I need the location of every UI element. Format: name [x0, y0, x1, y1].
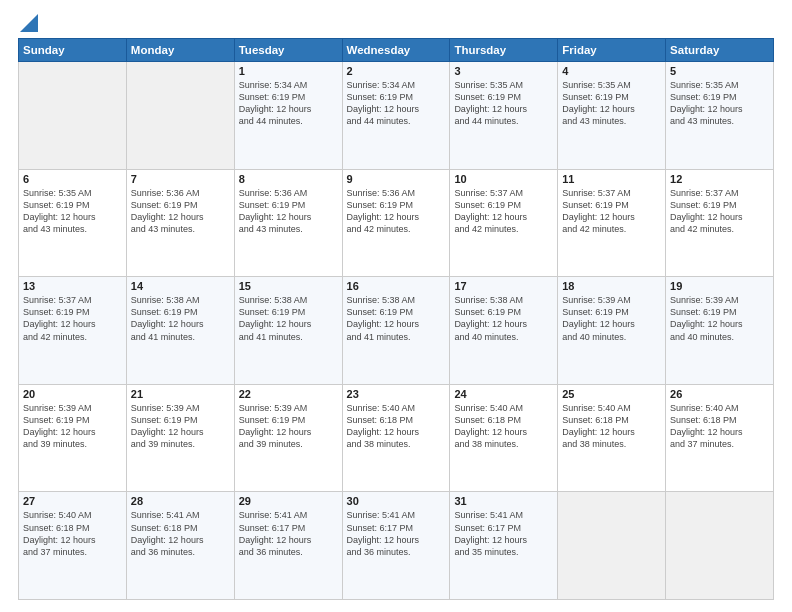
day-info: Sunrise: 5:39 AM Sunset: 6:19 PM Dayligh… — [239, 402, 338, 451]
calendar-cell: 24Sunrise: 5:40 AM Sunset: 6:18 PM Dayli… — [450, 384, 558, 492]
calendar-cell: 15Sunrise: 5:38 AM Sunset: 6:19 PM Dayli… — [234, 277, 342, 385]
day-number: 1 — [239, 65, 338, 77]
calendar-cell: 23Sunrise: 5:40 AM Sunset: 6:18 PM Dayli… — [342, 384, 450, 492]
calendar-table: SundayMondayTuesdayWednesdayThursdayFrid… — [18, 38, 774, 600]
day-number: 25 — [562, 388, 661, 400]
calendar-week-row: 1Sunrise: 5:34 AM Sunset: 6:19 PM Daylig… — [19, 62, 774, 170]
calendar-cell: 26Sunrise: 5:40 AM Sunset: 6:18 PM Dayli… — [666, 384, 774, 492]
day-info: Sunrise: 5:37 AM Sunset: 6:19 PM Dayligh… — [454, 187, 553, 236]
calendar-cell: 7Sunrise: 5:36 AM Sunset: 6:19 PM Daylig… — [126, 169, 234, 277]
calendar-cell: 17Sunrise: 5:38 AM Sunset: 6:19 PM Dayli… — [450, 277, 558, 385]
calendar-cell — [19, 62, 127, 170]
day-number: 5 — [670, 65, 769, 77]
day-info: Sunrise: 5:39 AM Sunset: 6:19 PM Dayligh… — [562, 294, 661, 343]
calendar-cell: 5Sunrise: 5:35 AM Sunset: 6:19 PM Daylig… — [666, 62, 774, 170]
day-number: 26 — [670, 388, 769, 400]
day-info: Sunrise: 5:35 AM Sunset: 6:19 PM Dayligh… — [23, 187, 122, 236]
day-info: Sunrise: 5:40 AM Sunset: 6:18 PM Dayligh… — [670, 402, 769, 451]
weekday-header: Thursday — [450, 39, 558, 62]
calendar-cell: 19Sunrise: 5:39 AM Sunset: 6:19 PM Dayli… — [666, 277, 774, 385]
calendar-week-row: 6Sunrise: 5:35 AM Sunset: 6:19 PM Daylig… — [19, 169, 774, 277]
day-number: 6 — [23, 173, 122, 185]
weekday-header-row: SundayMondayTuesdayWednesdayThursdayFrid… — [19, 39, 774, 62]
day-number: 29 — [239, 495, 338, 507]
day-info: Sunrise: 5:34 AM Sunset: 6:19 PM Dayligh… — [347, 79, 446, 128]
day-info: Sunrise: 5:40 AM Sunset: 6:18 PM Dayligh… — [454, 402, 553, 451]
day-info: Sunrise: 5:38 AM Sunset: 6:19 PM Dayligh… — [131, 294, 230, 343]
calendar-cell — [126, 62, 234, 170]
calendar-cell: 13Sunrise: 5:37 AM Sunset: 6:19 PM Dayli… — [19, 277, 127, 385]
day-number: 16 — [347, 280, 446, 292]
day-number: 12 — [670, 173, 769, 185]
day-info: Sunrise: 5:36 AM Sunset: 6:19 PM Dayligh… — [239, 187, 338, 236]
day-info: Sunrise: 5:40 AM Sunset: 6:18 PM Dayligh… — [23, 509, 122, 558]
day-number: 24 — [454, 388, 553, 400]
weekday-header: Saturday — [666, 39, 774, 62]
calendar-week-row: 13Sunrise: 5:37 AM Sunset: 6:19 PM Dayli… — [19, 277, 774, 385]
calendar-cell: 4Sunrise: 5:35 AM Sunset: 6:19 PM Daylig… — [558, 62, 666, 170]
logo — [18, 18, 38, 28]
weekday-header: Friday — [558, 39, 666, 62]
calendar-week-row: 27Sunrise: 5:40 AM Sunset: 6:18 PM Dayli… — [19, 492, 774, 600]
weekday-header: Monday — [126, 39, 234, 62]
day-number: 23 — [347, 388, 446, 400]
day-info: Sunrise: 5:37 AM Sunset: 6:19 PM Dayligh… — [670, 187, 769, 236]
logo-triangle-icon — [20, 14, 38, 32]
day-info: Sunrise: 5:41 AM Sunset: 6:17 PM Dayligh… — [347, 509, 446, 558]
day-number: 11 — [562, 173, 661, 185]
day-number: 15 — [239, 280, 338, 292]
day-info: Sunrise: 5:39 AM Sunset: 6:19 PM Dayligh… — [131, 402, 230, 451]
calendar-cell — [666, 492, 774, 600]
weekday-header: Sunday — [19, 39, 127, 62]
day-info: Sunrise: 5:38 AM Sunset: 6:19 PM Dayligh… — [239, 294, 338, 343]
day-info: Sunrise: 5:41 AM Sunset: 6:17 PM Dayligh… — [239, 509, 338, 558]
day-info: Sunrise: 5:35 AM Sunset: 6:19 PM Dayligh… — [454, 79, 553, 128]
day-number: 8 — [239, 173, 338, 185]
day-number: 19 — [670, 280, 769, 292]
calendar-cell: 28Sunrise: 5:41 AM Sunset: 6:18 PM Dayli… — [126, 492, 234, 600]
day-info: Sunrise: 5:39 AM Sunset: 6:19 PM Dayligh… — [670, 294, 769, 343]
calendar-cell: 31Sunrise: 5:41 AM Sunset: 6:17 PM Dayli… — [450, 492, 558, 600]
calendar-cell: 18Sunrise: 5:39 AM Sunset: 6:19 PM Dayli… — [558, 277, 666, 385]
day-number: 27 — [23, 495, 122, 507]
day-number: 4 — [562, 65, 661, 77]
calendar-cell: 9Sunrise: 5:36 AM Sunset: 6:19 PM Daylig… — [342, 169, 450, 277]
calendar-cell: 30Sunrise: 5:41 AM Sunset: 6:17 PM Dayli… — [342, 492, 450, 600]
calendar-week-row: 20Sunrise: 5:39 AM Sunset: 6:19 PM Dayli… — [19, 384, 774, 492]
calendar-cell: 10Sunrise: 5:37 AM Sunset: 6:19 PM Dayli… — [450, 169, 558, 277]
calendar-cell: 14Sunrise: 5:38 AM Sunset: 6:19 PM Dayli… — [126, 277, 234, 385]
day-number: 7 — [131, 173, 230, 185]
day-info: Sunrise: 5:36 AM Sunset: 6:19 PM Dayligh… — [131, 187, 230, 236]
calendar-cell: 29Sunrise: 5:41 AM Sunset: 6:17 PM Dayli… — [234, 492, 342, 600]
day-info: Sunrise: 5:38 AM Sunset: 6:19 PM Dayligh… — [454, 294, 553, 343]
day-info: Sunrise: 5:36 AM Sunset: 6:19 PM Dayligh… — [347, 187, 446, 236]
page: SundayMondayTuesdayWednesdayThursdayFrid… — [0, 0, 792, 612]
calendar-cell: 16Sunrise: 5:38 AM Sunset: 6:19 PM Dayli… — [342, 277, 450, 385]
day-info: Sunrise: 5:35 AM Sunset: 6:19 PM Dayligh… — [562, 79, 661, 128]
day-number: 31 — [454, 495, 553, 507]
day-number: 20 — [23, 388, 122, 400]
day-info: Sunrise: 5:40 AM Sunset: 6:18 PM Dayligh… — [562, 402, 661, 451]
day-number: 18 — [562, 280, 661, 292]
day-info: Sunrise: 5:39 AM Sunset: 6:19 PM Dayligh… — [23, 402, 122, 451]
calendar-cell: 25Sunrise: 5:40 AM Sunset: 6:18 PM Dayli… — [558, 384, 666, 492]
calendar-cell — [558, 492, 666, 600]
calendar-cell: 1Sunrise: 5:34 AM Sunset: 6:19 PM Daylig… — [234, 62, 342, 170]
day-number: 17 — [454, 280, 553, 292]
day-number: 9 — [347, 173, 446, 185]
day-info: Sunrise: 5:38 AM Sunset: 6:19 PM Dayligh… — [347, 294, 446, 343]
calendar-cell: 11Sunrise: 5:37 AM Sunset: 6:19 PM Dayli… — [558, 169, 666, 277]
svg-marker-0 — [20, 14, 38, 32]
calendar-cell: 6Sunrise: 5:35 AM Sunset: 6:19 PM Daylig… — [19, 169, 127, 277]
day-info: Sunrise: 5:40 AM Sunset: 6:18 PM Dayligh… — [347, 402, 446, 451]
calendar-cell: 12Sunrise: 5:37 AM Sunset: 6:19 PM Dayli… — [666, 169, 774, 277]
calendar-cell: 8Sunrise: 5:36 AM Sunset: 6:19 PM Daylig… — [234, 169, 342, 277]
day-info: Sunrise: 5:34 AM Sunset: 6:19 PM Dayligh… — [239, 79, 338, 128]
weekday-header: Wednesday — [342, 39, 450, 62]
day-number: 30 — [347, 495, 446, 507]
calendar-cell: 22Sunrise: 5:39 AM Sunset: 6:19 PM Dayli… — [234, 384, 342, 492]
day-number: 3 — [454, 65, 553, 77]
day-info: Sunrise: 5:41 AM Sunset: 6:17 PM Dayligh… — [454, 509, 553, 558]
day-number: 2 — [347, 65, 446, 77]
day-number: 10 — [454, 173, 553, 185]
